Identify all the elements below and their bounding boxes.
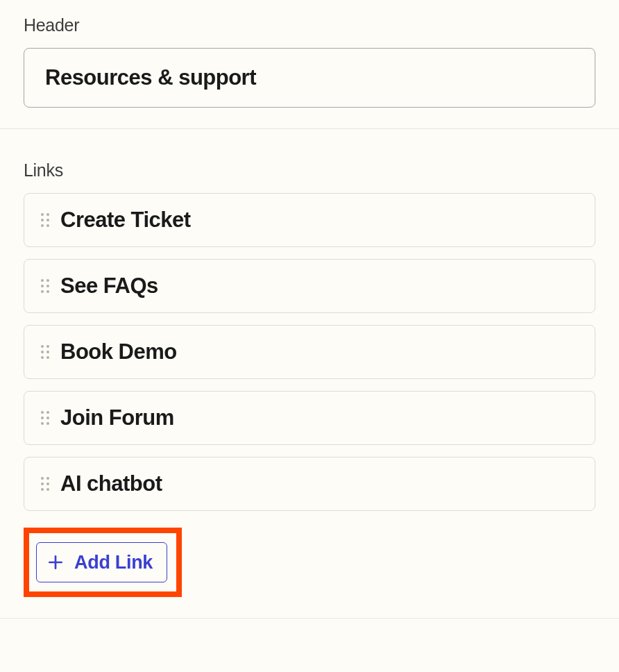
add-link-highlight: Add Link <box>24 528 182 597</box>
link-item-label: AI chatbot <box>60 471 162 496</box>
svg-point-25 <box>46 477 49 480</box>
svg-point-17 <box>46 356 49 359</box>
link-item-label: See FAQs <box>60 274 158 299</box>
svg-point-19 <box>46 411 49 414</box>
add-link-button-label: Add Link <box>74 552 153 573</box>
svg-point-24 <box>41 477 44 480</box>
drag-handle-icon[interactable] <box>40 212 51 228</box>
drag-handle-icon[interactable] <box>40 476 51 492</box>
svg-point-14 <box>41 351 44 353</box>
svg-point-2 <box>41 219 44 221</box>
header-input[interactable] <box>24 48 595 108</box>
svg-point-10 <box>41 290 44 293</box>
plus-icon <box>46 553 65 571</box>
header-field-label: Header <box>24 15 595 35</box>
svg-point-12 <box>41 345 44 348</box>
link-item[interactable]: Book Demo <box>24 325 595 379</box>
link-item-label: Book Demo <box>60 339 177 364</box>
drag-handle-icon[interactable] <box>40 344 51 360</box>
link-list: Create Ticket See FAQs Book Demo Join Fo… <box>24 193 595 511</box>
links-section: Links Create Ticket See FAQs Book Demo J… <box>0 129 619 618</box>
svg-point-8 <box>41 285 44 287</box>
section-divider <box>0 618 619 619</box>
add-link-button[interactable]: Add Link <box>36 542 167 582</box>
drag-handle-icon[interactable] <box>40 278 51 294</box>
svg-point-20 <box>41 417 44 419</box>
svg-point-26 <box>41 482 44 485</box>
svg-point-0 <box>41 213 44 216</box>
link-item-label: Create Ticket <box>60 208 191 233</box>
svg-point-29 <box>46 488 49 491</box>
link-item[interactable]: See FAQs <box>24 259 595 313</box>
header-section: Header <box>0 0 619 128</box>
link-item-label: Join Forum <box>60 405 174 430</box>
link-item[interactable]: Join Forum <box>24 391 595 445</box>
svg-point-1 <box>46 213 49 216</box>
svg-point-13 <box>46 345 49 348</box>
svg-point-9 <box>46 285 49 287</box>
svg-point-6 <box>41 279 44 282</box>
svg-point-5 <box>46 224 49 227</box>
svg-point-15 <box>46 351 49 353</box>
svg-point-18 <box>41 411 44 414</box>
drag-handle-icon[interactable] <box>40 410 51 426</box>
svg-point-21 <box>46 417 49 419</box>
svg-point-16 <box>41 356 44 359</box>
links-field-label: Links <box>24 160 595 180</box>
svg-point-27 <box>46 482 49 485</box>
svg-point-11 <box>46 290 49 293</box>
svg-point-4 <box>41 224 44 227</box>
svg-point-28 <box>41 488 44 491</box>
svg-point-22 <box>41 422 44 425</box>
link-item[interactable]: Create Ticket <box>24 193 595 247</box>
link-item[interactable]: AI chatbot <box>24 457 595 511</box>
svg-point-7 <box>46 279 49 282</box>
svg-point-3 <box>46 219 49 221</box>
svg-point-23 <box>46 422 49 425</box>
